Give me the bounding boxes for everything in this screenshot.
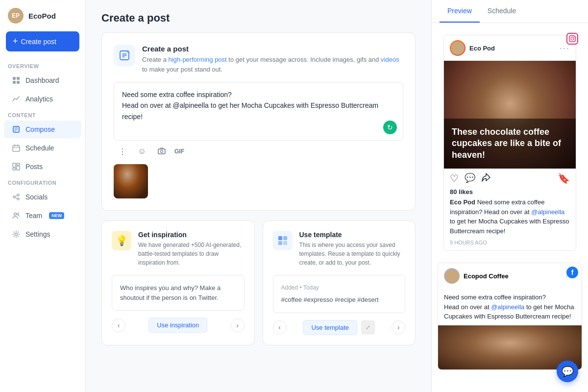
- like-icon[interactable]: ♡: [450, 172, 459, 184]
- svg-rect-5: [13, 146, 20, 151]
- comment-icon[interactable]: 💬: [465, 172, 475, 184]
- svg-rect-24: [283, 241, 287, 245]
- page-title: Create a post: [101, 12, 416, 24]
- compose-icon-bg: [114, 45, 135, 66]
- fb-mention: @alpineella: [491, 303, 524, 311]
- sidebar-item-dashboard[interactable]: Dashboard: [4, 72, 81, 89]
- sidebar-brand: EP EcoPod: [0, 8, 85, 31]
- fb-line2: Head on over at: [444, 303, 491, 311]
- image-button[interactable]: [155, 145, 169, 158]
- template-card-info: Use template This is where you access yo…: [299, 231, 406, 267]
- emoji-button[interactable]: ☺: [135, 145, 149, 158]
- use-inspiration-button[interactable]: Use inspiration: [148, 318, 207, 333]
- svg-rect-1: [17, 77, 20, 80]
- template-card-nav: ‹ Use template ⤢ ›: [273, 320, 406, 335]
- sidebar-item-analytics[interactable]: Analytics: [4, 90, 81, 108]
- trending-icon: [12, 95, 21, 103]
- sidebar-item-team[interactable]: Team NEW: [4, 207, 81, 224]
- highlight-link[interactable]: high-performing post: [168, 56, 226, 63]
- avatar: EP: [8, 8, 24, 24]
- svg-rect-7: [17, 163, 20, 165]
- facebook-username: Ecopod Coffee: [464, 272, 509, 280]
- brand-name: EcoPod: [28, 12, 56, 20]
- inspiration-card-desc: We have generated +500 AI-generated, bat…: [138, 241, 245, 267]
- svg-point-26: [571, 37, 574, 40]
- svg-point-15: [14, 213, 17, 216]
- inspiration-content-text: Who inspires you and why? Make a shoutou…: [120, 284, 220, 301]
- instagram-likes: 80 likes: [444, 188, 576, 197]
- sidebar-item-socials[interactable]: Socials: [4, 188, 81, 206]
- plus-icon: +: [13, 36, 18, 47]
- gif-button[interactable]: GIF: [174, 148, 184, 155]
- sidebar-item-label: Settings: [25, 230, 50, 238]
- sidebar-item-posts[interactable]: Posts: [4, 158, 81, 175]
- instagram-username: Eco Pod: [469, 45, 495, 52]
- sidebar-item-compose[interactable]: Compose: [4, 121, 81, 138]
- use-inspiration-label: Use inspiration: [157, 321, 199, 329]
- compose-card-header: Create a post Create a high-performing p…: [114, 45, 403, 74]
- instagram-post-header: Eco Pod ···: [444, 35, 576, 61]
- compose-card: Create a post Create a high-performing p…: [101, 32, 416, 211]
- bookmark-icon[interactable]: 🔖: [558, 172, 570, 184]
- calendar-icon: [12, 144, 21, 152]
- preview-tabs: Preview Schedule: [432, 0, 588, 23]
- sidebar-item-label: Compose: [25, 125, 55, 133]
- post-text-editor[interactable]: Need some extra coffee inspiration? Head…: [114, 82, 403, 141]
- instagram-image-text: These chocolate coffee cupcakes are like…: [452, 126, 568, 161]
- sidebar-item-schedule[interactable]: Schedule: [4, 139, 81, 157]
- template-next-button[interactable]: ›: [392, 320, 405, 334]
- post-line-1: Need some extra coffee inspiration?: [122, 89, 395, 100]
- inspiration-content-box: Who inspires you and why? Make a shoutou…: [112, 275, 245, 311]
- inspiration-prev-button[interactable]: ‹: [112, 318, 125, 332]
- template-card-desc: This is where you access your saved temp…: [299, 241, 406, 267]
- svg-rect-19: [158, 149, 165, 154]
- inspiration-card-header: 💡 Get inspiration We have generated +500…: [112, 231, 245, 267]
- refresh-button[interactable]: ↻: [383, 121, 397, 134]
- svg-point-17: [15, 233, 18, 236]
- template-content-box: Added • Today #coffee #expresso #recipe …: [273, 275, 406, 313]
- edit-icon: [12, 125, 21, 134]
- create-post-button[interactable]: + Create post: [6, 31, 79, 51]
- facebook-user: Ecopod Coffee: [444, 268, 509, 284]
- inspiration-next-button[interactable]: ›: [231, 318, 245, 332]
- svg-rect-2: [13, 81, 16, 84]
- configuration-section-label: CONFIGURATION: [0, 176, 85, 188]
- instagram-avatar: [450, 40, 466, 56]
- facebook-avatar: [444, 268, 460, 284]
- template-tag-line: Added • Today: [281, 283, 397, 292]
- sidebar: EP EcoPod + Create post OVERVIEW Dashboa…: [0, 0, 86, 392]
- share-icon[interactable]: [481, 172, 491, 184]
- content-section-label: CONTENT: [0, 108, 85, 120]
- more-options-button[interactable]: ⋮: [116, 145, 129, 158]
- tab-preview[interactable]: Preview: [440, 0, 480, 23]
- expand-button[interactable]: ⤢: [361, 320, 375, 334]
- sidebar-item-label: Team: [25, 212, 42, 220]
- use-template-label: Use template: [311, 324, 349, 331]
- template-tags: #coffee #expresso #recipe #desert: [281, 295, 397, 305]
- instagram-caption-end: to get her Mocha Cupcakes with Espresso …: [450, 218, 569, 235]
- svg-rect-22: [283, 236, 287, 240]
- instagram-platform-icon: [566, 33, 578, 45]
- fb-line1: Need some extra coffee inspiration?: [444, 294, 546, 301]
- use-template-button[interactable]: Use template: [303, 320, 357, 335]
- template-prev-button[interactable]: ‹: [273, 320, 287, 334]
- videos-link[interactable]: videos: [381, 56, 399, 63]
- grid-icon: [12, 76, 21, 85]
- inspiration-card-info: Get inspiration We have generated +500 A…: [138, 231, 245, 267]
- template-icon: [273, 231, 293, 250]
- sidebar-item-label: Schedule: [25, 144, 54, 152]
- instagram-user: Eco Pod: [450, 40, 495, 56]
- inspiration-icon: 💡: [112, 231, 131, 250]
- svg-point-27: [574, 37, 575, 38]
- tab-schedule[interactable]: Schedule: [480, 0, 524, 23]
- inspiration-card: 💡 Get inspiration We have generated +500…: [101, 220, 255, 345]
- editor-toolbar: ⋮ ☺ GIF: [114, 141, 403, 158]
- svg-point-20: [161, 150, 163, 153]
- chat-bubble-button[interactable]: 💬: [557, 361, 578, 382]
- instagram-post-image: These chocolate coffee cupcakes are like…: [444, 61, 576, 169]
- post-text-content: Need some extra coffee inspiration? Head…: [122, 89, 395, 122]
- sidebar-item-settings[interactable]: Settings: [4, 225, 81, 243]
- svg-point-16: [17, 213, 19, 215]
- post-image-thumbnail: [114, 164, 148, 198]
- instagram-action-left: ♡ 💬: [450, 172, 491, 184]
